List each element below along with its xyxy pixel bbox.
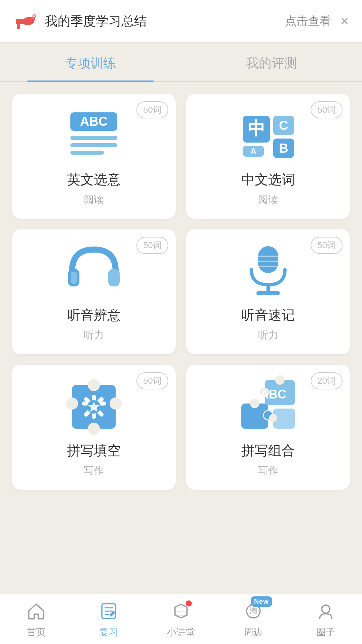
card-chinese-word[interactable]: 50词 中 C A B 中文选词 阅读 xyxy=(186,94,350,219)
card-title-5: 拼写组合 xyxy=(241,441,295,460)
card-subtitle-0: 阅读 xyxy=(84,193,104,207)
nav-home-label: 首页 xyxy=(27,626,46,639)
nav-review-label: 复习 xyxy=(99,626,118,639)
svg-point-38 xyxy=(275,375,285,385)
card-icon-headphone xyxy=(64,243,124,297)
card-listen-meaning[interactable]: 50词 听音辨意 听力 xyxy=(12,229,176,354)
card-english-meaning[interactable]: 50词 ABC 英文选意 阅读 xyxy=(12,94,176,219)
svg-rect-20 xyxy=(71,272,77,284)
nav-circle[interactable]: 圈子 xyxy=(290,594,362,644)
card-title-4: 拼写填空 xyxy=(67,441,121,460)
svg-point-40 xyxy=(269,414,277,422)
svg-rect-8 xyxy=(70,143,117,147)
svg-text:A: A xyxy=(250,147,256,156)
card-subtitle-5: 写作 xyxy=(258,464,278,478)
nav-nearby[interactable]: 淘 New 周边 xyxy=(217,594,290,644)
circle-icon xyxy=(314,600,337,623)
svg-rect-1 xyxy=(16,19,23,24)
lecture-icon xyxy=(170,600,192,623)
card-title-3: 听音速记 xyxy=(241,306,295,324)
card-subtitle-3: 听力 xyxy=(258,328,278,342)
svg-rect-26 xyxy=(256,291,280,295)
svg-point-29 xyxy=(110,397,122,410)
nearby-icon: 淘 New xyxy=(240,600,267,623)
card-badge-2: 50词 xyxy=(136,237,168,254)
review-icon xyxy=(97,600,120,623)
svg-text:ABC: ABC xyxy=(80,114,108,128)
card-badge-3: 50词 xyxy=(311,237,343,254)
svg-rect-7 xyxy=(70,136,117,140)
nav-lecture[interactable]: 小讲堂 xyxy=(145,594,217,644)
card-icon-microphone xyxy=(238,243,298,297)
card-icon-puzzle-blank xyxy=(64,378,124,432)
svg-rect-19 xyxy=(108,269,120,286)
card-grid: 50词 ABC 英文选意 阅读 50词 中 C xyxy=(0,82,362,503)
card-spell-fill[interactable]: 50词 拼写填空 写作 xyxy=(12,365,176,490)
card-badge-5: 20词 xyxy=(311,372,343,389)
card-title-0: 英文选意 xyxy=(67,170,121,189)
svg-rect-21 xyxy=(258,246,278,273)
svg-point-4 xyxy=(33,15,36,17)
bottom-nav: 首页 复习 小讲堂 xyxy=(0,594,362,644)
nav-review[interactable]: 复习 xyxy=(72,594,145,644)
svg-rect-2 xyxy=(17,24,20,29)
nav-lecture-label: 小讲堂 xyxy=(167,626,195,639)
svg-text:B: B xyxy=(279,141,288,155)
nav-nearby-label: 周边 xyxy=(244,626,263,639)
svg-text:ABC: ABC xyxy=(260,387,286,401)
svg-text:淘: 淘 xyxy=(250,606,257,615)
svg-point-31 xyxy=(66,397,78,410)
svg-rect-9 xyxy=(70,151,104,155)
megaphone-icon xyxy=(13,9,37,33)
banner-close[interactable]: × xyxy=(340,14,349,28)
nav-circle-label: 圈子 xyxy=(316,626,335,639)
card-title-2: 听音辨意 xyxy=(67,306,121,324)
card-badge-0: 50词 xyxy=(136,101,168,118)
nearby-new-badge: New xyxy=(251,596,272,607)
lecture-dot xyxy=(186,600,192,606)
svg-point-30 xyxy=(88,423,100,435)
card-badge-4: 50词 xyxy=(136,372,168,389)
card-subtitle-1: 阅读 xyxy=(258,193,278,207)
banner-action[interactable]: 点击查看 xyxy=(285,13,331,29)
card-subtitle-4: 写作 xyxy=(84,464,104,478)
card-spell-combine[interactable]: 20词 ABC 拼写组合 写作 xyxy=(186,365,350,490)
svg-rect-46 xyxy=(109,610,115,616)
top-banner: 我的季度学习总结 点击查看 × xyxy=(0,0,362,43)
card-icon-puzzle-abc: ABC xyxy=(238,378,298,432)
banner-title: 我的季度学习总结 xyxy=(45,13,285,30)
card-subtitle-2: 听力 xyxy=(84,328,104,342)
svg-text:C: C xyxy=(279,118,288,132)
svg-point-28 xyxy=(88,379,100,391)
card-badge-1: 50词 xyxy=(311,101,343,118)
home-icon xyxy=(25,600,48,623)
nav-home[interactable]: 首页 xyxy=(0,594,72,644)
svg-point-49 xyxy=(322,605,330,613)
card-listen-record[interactable]: 50词 听音速记 听力 xyxy=(186,229,350,354)
tab-my-eval[interactable]: 我的评测 xyxy=(181,43,362,81)
card-icon-abc-reading: ABC xyxy=(64,107,124,161)
card-icon-chinese-grid: 中 C A B xyxy=(238,107,298,161)
svg-text:中: 中 xyxy=(248,119,265,138)
card-title-1: 中文选词 xyxy=(241,170,295,189)
svg-point-34 xyxy=(250,399,259,408)
tab-bar: 专项训练 我的评测 xyxy=(0,43,362,82)
tab-special-training[interactable]: 专项训练 xyxy=(0,43,181,81)
